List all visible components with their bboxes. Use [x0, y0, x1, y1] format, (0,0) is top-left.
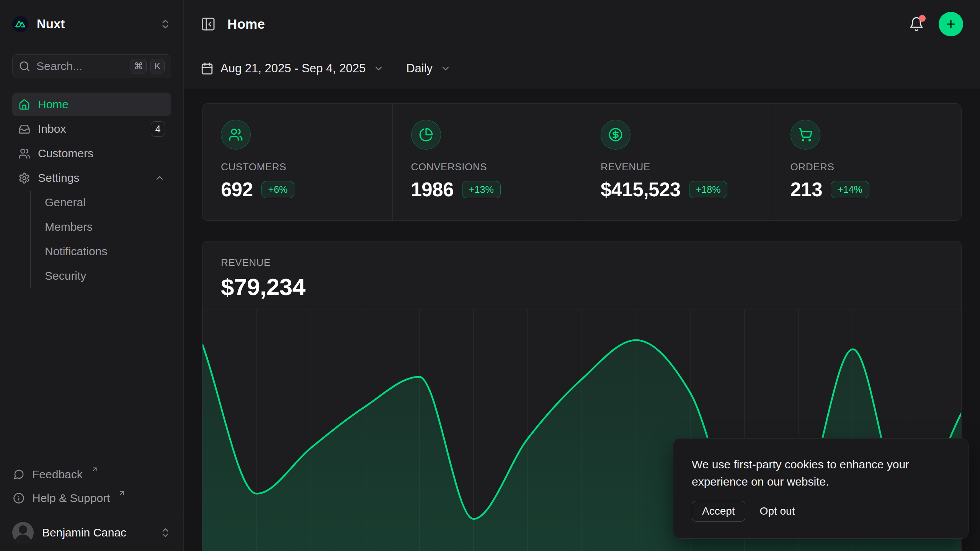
kbd-cmd: ⌘	[131, 59, 147, 73]
calendar-icon	[201, 62, 214, 75]
users-icon	[221, 120, 251, 150]
notification-dot	[919, 15, 926, 22]
cookie-banner: We use first-party cookies to enhance yo…	[673, 438, 969, 539]
date-range-label: Aug 21, 2025 - Sep 4, 2025	[220, 62, 366, 75]
chevrons-up-down-icon	[160, 527, 171, 538]
stats-card: CUSTOMERS 692 +6% CONVERSIONS 1986 +13%	[202, 103, 962, 221]
stat-value: 692	[221, 178, 253, 201]
help-support-link[interactable]: Help & Support	[12, 487, 171, 509]
users-icon	[18, 148, 30, 160]
chevrons-up-down-icon	[160, 18, 171, 30]
sidebar-nav: Home Inbox 4 Customers Settings Ge	[12, 93, 171, 288]
sidebar-item-label: Inbox	[38, 122, 66, 135]
home-icon	[18, 99, 30, 111]
search-icon	[19, 60, 30, 72]
search-field[interactable]	[36, 60, 124, 73]
stat-value: $415,523	[601, 178, 681, 201]
stat-delta-badge: +6%	[261, 181, 295, 198]
stat-conversions[interactable]: CONVERSIONS 1986 +13%	[392, 104, 582, 220]
inbox-count-badge: 4	[151, 121, 165, 137]
feedback-link[interactable]: Feedback	[12, 463, 171, 486]
help-support-label: Help & Support	[32, 492, 110, 505]
external-link-icon	[118, 489, 126, 497]
chevron-down-icon	[440, 63, 451, 74]
notifications-button[interactable]	[909, 16, 924, 32]
topbar-actions	[909, 12, 963, 36]
stat-delta-badge: +14%	[831, 181, 869, 198]
add-button[interactable]	[939, 12, 963, 36]
subitem-label: Security	[45, 269, 86, 282]
sidebar-item-label: Customers	[38, 147, 93, 160]
cookie-message: We use first-party cookies to enhance yo…	[692, 456, 937, 490]
user-section: Benjamin Canac	[0, 515, 183, 551]
cookie-optout-button[interactable]: Opt out	[758, 501, 797, 521]
inbox-icon	[18, 123, 30, 135]
sidebar-item-home[interactable]: Home	[12, 93, 171, 116]
stat-orders[interactable]: ORDERS 213 +14%	[772, 104, 962, 220]
panel-collapse-button[interactable]	[201, 16, 216, 32]
chevron-down-icon	[373, 63, 384, 74]
shopping-cart-icon	[791, 120, 820, 150]
stat-customers[interactable]: CUSTOMERS 692 +6%	[203, 104, 392, 220]
page-title: Home	[227, 16, 265, 32]
sidebar: Nuxt ⌘ K Home Inbox 4	[0, 0, 184, 551]
subitem-label: Notifications	[45, 245, 107, 258]
search-input[interactable]: ⌘ K	[12, 54, 171, 78]
sidebar-item-settings[interactable]: Settings	[12, 166, 171, 190]
circle-dollar-icon	[601, 120, 630, 150]
feedback-label: Feedback	[32, 468, 83, 481]
sidebar-spacer	[12, 288, 171, 463]
stat-label: CUSTOMERS	[221, 161, 374, 173]
nuxt-logo-icon	[12, 16, 28, 32]
sidebar-item-customers[interactable]: Customers	[12, 142, 171, 165]
settings-subnav: General Members Notifications Security	[30, 191, 171, 288]
stat-value: 1986	[411, 178, 454, 201]
sidebar-subitem-general[interactable]: General	[41, 191, 171, 214]
sidebar-subitem-notifications[interactable]: Notifications	[41, 240, 171, 263]
granularity-select[interactable]: Daily	[406, 62, 451, 75]
granularity-label: Daily	[406, 62, 433, 75]
stat-delta-badge: +13%	[462, 181, 501, 198]
stat-label: CONVERSIONS	[411, 161, 564, 173]
stat-label: ORDERS	[791, 161, 943, 173]
stat-revenue[interactable]: REVENUE $415,523 +18%	[582, 104, 772, 220]
sidebar-subitem-security[interactable]: Security	[41, 264, 171, 288]
cookie-accept-button[interactable]: Accept	[692, 501, 745, 522]
user-menu[interactable]: Benjamin Canac	[12, 522, 171, 543]
info-circle-icon	[13, 492, 24, 504]
subitem-label: General	[45, 196, 86, 209]
sidebar-item-inbox[interactable]: Inbox 4	[12, 117, 171, 141]
sidebar-item-label: Home	[38, 98, 69, 111]
revenue-chart-value: $79,234	[221, 273, 943, 300]
team-switcher[interactable]: Nuxt	[12, 11, 171, 37]
stat-value: 213	[791, 178, 823, 201]
gear-icon	[18, 172, 30, 184]
brand-name: Nuxt	[37, 17, 151, 31]
stat-delta-badge: +18%	[689, 181, 728, 198]
sidebar-footer-links: Feedback Help & Support	[12, 463, 171, 509]
plus-icon	[945, 18, 957, 30]
message-bubble-icon	[13, 469, 24, 480]
chart-pie-icon	[411, 120, 441, 150]
sidebar-subitem-members[interactable]: Members	[41, 215, 171, 239]
sidebar-item-label: Settings	[38, 171, 79, 184]
revenue-chart-label: REVENUE	[221, 257, 943, 269]
chevron-up-icon	[154, 173, 165, 183]
external-link-icon	[91, 466, 98, 473]
filter-toolbar: Aug 21, 2025 - Sep 4, 2025 Daily	[184, 48, 980, 89]
user-avatar	[12, 522, 34, 543]
kbd-k: K	[150, 59, 165, 73]
subitem-label: Members	[45, 220, 93, 233]
topbar: Home	[184, 0, 980, 48]
stat-label: REVENUE	[601, 161, 753, 173]
main-panel: Home Aug 21, 2025 - Sep 4, 2025 Daily	[184, 0, 980, 551]
date-range-picker[interactable]: Aug 21, 2025 - Sep 4, 2025	[201, 62, 384, 75]
user-name: Benjamin Canac	[42, 526, 151, 539]
